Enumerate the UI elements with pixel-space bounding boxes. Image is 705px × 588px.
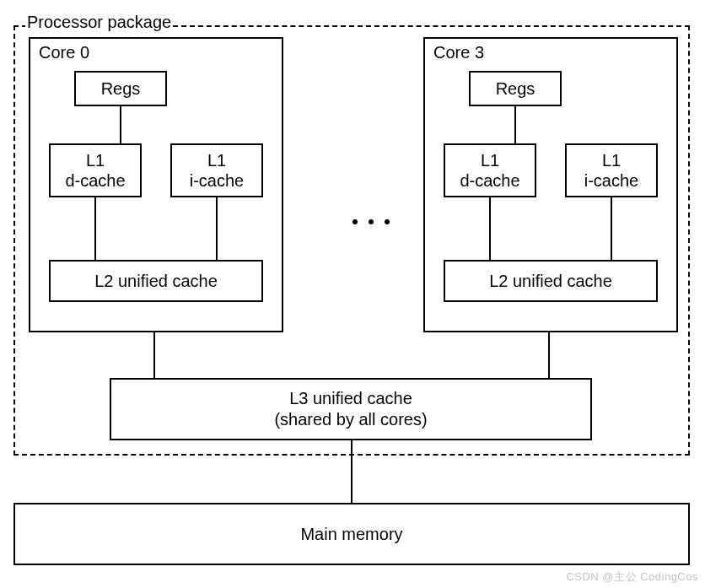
core-3-l1-dcache: L1 d-cache	[444, 143, 536, 197]
core-3-label: Core 3	[433, 43, 484, 62]
core-3-box: Core 3 Regs L1 d-cache L1 i-cache L2 uni…	[423, 37, 678, 332]
core-0-l1-icache: L1 i-cache	[170, 143, 263, 197]
core-0-box: Core 0 Regs L1 d-cache L1 i-cache L2 uni…	[29, 37, 283, 332]
connector-regs-l1d-core0	[120, 106, 121, 143]
main-memory-box: Main memory	[13, 503, 690, 565]
l1i-line2: i-cache	[190, 170, 244, 191]
l1i-line2: i-cache	[584, 170, 638, 191]
watermark-text: CSDN @主公 CodingCos	[566, 569, 698, 585]
connector-l3-mainmem	[351, 439, 352, 503]
connector-regs-l1d-core3	[514, 106, 516, 143]
processor-package-box: Core 0 Regs L1 d-cache L1 i-cache L2 uni…	[13, 25, 690, 456]
core-0-regs: Regs	[74, 71, 167, 106]
core-0-label: Core 0	[39, 43, 89, 62]
l1d-line1: L1	[481, 150, 499, 170]
l3-cache-box: L3 unified cache (shared by all cores)	[110, 378, 592, 440]
ellipsis-icon	[352, 219, 390, 224]
connector-l1d-l2-core0	[94, 197, 96, 260]
connector-l1i-l2-core3	[611, 197, 612, 260]
l1d-line2: d-cache	[65, 170, 125, 191]
l1i-line1: L1	[602, 150, 621, 170]
l1d-line1: L1	[86, 150, 105, 170]
core-3-l2-cache: L2 unified cache	[444, 260, 658, 302]
core-3-l1-icache: L1 i-cache	[565, 143, 658, 197]
l1d-line2: d-cache	[460, 170, 519, 191]
core-3-regs: Regs	[469, 71, 562, 106]
core-0-l2-cache: L2 unified cache	[49, 260, 263, 302]
connector-l2-l3-core0	[153, 332, 155, 378]
connector-l1d-l2-core3	[489, 197, 491, 260]
l3-line1: L3 unified cache	[289, 388, 412, 409]
connector-l1i-l2-core0	[216, 197, 218, 260]
processor-package-label: Processor package	[25, 13, 173, 32]
connector-l2-l3-core3	[548, 332, 550, 378]
l3-line2: (shared by all cores)	[274, 409, 427, 430]
l1i-line1: L1	[207, 150, 226, 170]
core-0-l1-dcache: L1 d-cache	[49, 143, 142, 197]
